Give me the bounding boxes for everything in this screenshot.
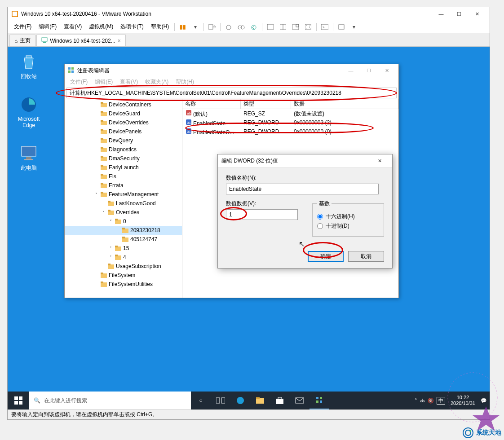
revert-icon[interactable]: [248, 22, 259, 32]
tree-item[interactable]: EarlyLaunch: [65, 163, 182, 172]
menu-file[interactable]: 文件(F): [10, 21, 35, 32]
expander-icon[interactable]: ˅: [108, 219, 113, 224]
tree-item[interactable]: DeviceGuard: [65, 109, 182, 118]
ok-button[interactable]: 确定: [308, 251, 344, 262]
folder-icon: [115, 218, 122, 224]
recycle-bin[interactable]: 回收站: [12, 52, 45, 80]
tree-item[interactable]: LastKnownGood: [65, 199, 182, 208]
tray-volume-icon[interactable]: 🔇: [428, 398, 434, 404]
tree-item[interactable]: DevicePanels: [65, 127, 182, 136]
regedit-taskbar-icon[interactable]: [309, 392, 329, 409]
value-data-field[interactable]: [226, 209, 298, 220]
recycle-bin-icon: [19, 52, 38, 71]
maximize-button[interactable]: ☐: [450, 8, 468, 20]
regedit-close[interactable]: ✕: [378, 64, 396, 77]
list-row[interactable]: ab(默认)REG_SZ(数值未设置): [182, 109, 398, 118]
tree-item[interactable]: DevQuery: [65, 136, 182, 145]
regedit-minimize[interactable]: —: [342, 64, 360, 77]
menu-edit[interactable]: 编辑(E): [35, 21, 60, 32]
tree-item[interactable]: Errata: [65, 181, 182, 190]
col-type[interactable]: 类型: [241, 99, 291, 109]
edge-shortcut[interactable]: Microsoft Edge: [12, 95, 45, 128]
tree-item[interactable]: DeviceOverrides: [65, 118, 182, 127]
tree-item[interactable]: FileSystemUtilities: [65, 280, 182, 289]
regedit-menu-edit[interactable]: 编辑(E): [91, 77, 116, 87]
tab-close-icon[interactable]: ×: [118, 38, 121, 44]
svg-rect-49: [108, 201, 111, 202]
dialog-close-icon[interactable]: ✕: [371, 155, 389, 167]
col-name[interactable]: 名称: [182, 99, 241, 109]
svg-rect-1: [208, 25, 213, 29]
menu-view[interactable]: 查看(V): [60, 21, 85, 32]
regedit-address-bar[interactable]: 计算机\HKEY_LOCAL_MACHINE\SYSTEM\ControlSet…: [66, 88, 397, 98]
expander-icon[interactable]: ˃: [108, 255, 113, 260]
regedit-menu-file[interactable]: 文件(F): [66, 77, 91, 87]
snapshot-manager-icon[interactable]: [236, 22, 247, 32]
svg-rect-22: [68, 67, 71, 70]
start-button[interactable]: [8, 392, 29, 409]
dropdown-icon[interactable]: ▾: [190, 22, 201, 32]
tree-item[interactable]: Els: [65, 172, 182, 181]
regedit-menu-view[interactable]: 查看(V): [116, 77, 141, 87]
radio-dec[interactable]: 十进制(D): [317, 222, 379, 230]
explorer-taskbar-icon[interactable]: [250, 392, 270, 409]
radio-hex-input[interactable]: [317, 214, 323, 220]
radio-dec-input[interactable]: [317, 223, 323, 229]
console-icon[interactable]: >_: [319, 22, 330, 32]
view-split-icon[interactable]: [278, 22, 288, 32]
list-row[interactable]: 01EnabledStateREG_DWORD0x00000002 (2): [182, 118, 398, 127]
col-data[interactable]: 数据: [291, 99, 398, 109]
tree-item[interactable]: DmaSecurity: [65, 154, 182, 163]
tree-item[interactable]: Diagnostics: [65, 145, 182, 154]
edge-taskbar-icon[interactable]: [230, 392, 250, 409]
tray-chevron-icon[interactable]: ˄: [415, 398, 417, 404]
snapshot-icon[interactable]: [223, 22, 234, 32]
taskbar-search[interactable]: 🔍 在此键入进行搜索: [29, 392, 191, 409]
tree-item[interactable]: ˅FeatureManagement: [65, 190, 182, 199]
store-icon[interactable]: [270, 392, 290, 409]
task-view-icon[interactable]: [211, 392, 230, 409]
cancel-button[interactable]: 取消: [348, 251, 384, 262]
tree-label: 15: [123, 245, 129, 251]
tree-item[interactable]: UsageSubscription: [65, 262, 182, 271]
regedit-menu-fav[interactable]: 收藏夹(A): [141, 77, 172, 87]
pause-icon[interactable]: ▮▮: [177, 22, 188, 32]
list-row[interactable]: 01EnabledStateO...REG_DWORD0x00000000 (0…: [182, 127, 398, 136]
tree-item[interactable]: FileSystem: [65, 271, 182, 280]
expander-icon[interactable]: ˅: [93, 192, 99, 197]
expander-icon[interactable]: ˅: [101, 210, 106, 215]
value-name-field[interactable]: [226, 184, 379, 194]
close-button[interactable]: ✕: [468, 8, 486, 20]
send-keys-icon[interactable]: [207, 22, 217, 32]
this-pc[interactable]: 此电脑: [12, 144, 45, 172]
tree-item[interactable]: ˅0: [65, 217, 182, 226]
menu-tabs[interactable]: 选项卡(T): [117, 21, 147, 32]
tree-item[interactable]: 405124747: [65, 235, 182, 244]
dropdown2-icon[interactable]: ▾: [349, 22, 359, 32]
minimize-button[interactable]: —: [432, 8, 450, 20]
tab-home[interactable]: ⌂ 主页: [9, 35, 35, 46]
tray-network-icon[interactable]: 🖧: [420, 398, 425, 403]
menu-help[interactable]: 帮助(H): [147, 21, 173, 32]
tab-vm[interactable]: Windows 10 x64-test-202... ×: [36, 35, 125, 46]
view-fullscreen-icon[interactable]: [303, 22, 314, 32]
view-single-icon[interactable]: [265, 22, 276, 32]
menu-vm[interactable]: 虚拟机(M): [85, 21, 117, 32]
expander-icon[interactable]: ˃: [108, 246, 113, 251]
cortana-icon[interactable]: ○: [191, 392, 211, 409]
tree-item[interactable]: ˅Overrides: [65, 208, 182, 217]
regedit-tree[interactable]: DeviceContainersDeviceGuardDeviceOverrid…: [65, 99, 182, 298]
guest-desktop[interactable]: 回收站 Microsoft Edge 此电脑 注册表编辑器 — ☐ ✕ 文件(F…: [8, 47, 490, 409]
mail-icon[interactable]: [290, 392, 309, 409]
view-unity-icon[interactable]: [290, 22, 301, 32]
tree-label: FeatureManagement: [109, 191, 159, 198]
tree-item[interactable]: 2093230218: [65, 226, 182, 235]
stretch-icon[interactable]: [336, 22, 347, 32]
statusbar-text: 要将输入定向到该虚拟机，请在虚拟机内部单击或按 Ctrl+G。: [11, 411, 158, 418]
tree-item[interactable]: DeviceContainers: [65, 100, 182, 109]
tree-item[interactable]: ˃15: [65, 244, 182, 253]
radio-hex[interactable]: 十六进制(H): [317, 213, 379, 220]
regedit-menu-help[interactable]: 帮助(H): [172, 77, 198, 87]
regedit-maximize[interactable]: ☐: [360, 64, 378, 77]
tree-item[interactable]: ˃4: [65, 253, 182, 262]
